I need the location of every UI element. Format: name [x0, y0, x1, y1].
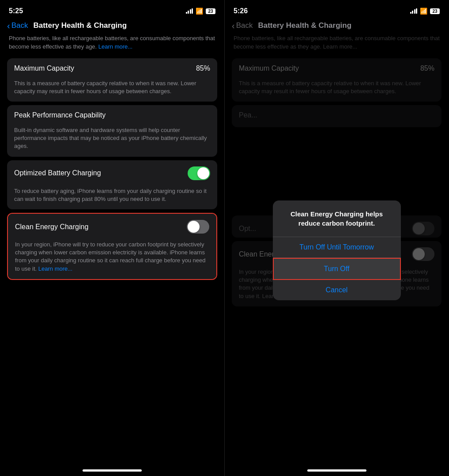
back-button-left[interactable]: ‹ Back — [7, 21, 28, 30]
popup-title: Clean Energy Charging helps reduce carbo… — [273, 200, 401, 230]
clean-energy-desc-left: In your region, iPhone will try to reduc… — [8, 240, 216, 279]
signal-icon-right — [410, 8, 418, 14]
clean-energy-label-left: Clean Energy Charging — [15, 223, 88, 231]
time-right: 5:26 — [234, 7, 248, 15]
back-button-right: ‹ Back — [232, 21, 253, 30]
left-phone-panel: 5:25 📶 23 ‹ Back Battery Health & Chargi… — [0, 0, 224, 476]
battery-left: 23 — [206, 8, 215, 14]
max-capacity-label-left: Maximum Capacity — [14, 64, 74, 72]
home-indicator-right — [307, 469, 366, 472]
status-icons-left: 📶 23 — [186, 8, 216, 15]
chevron-left-icon-right: ‹ — [232, 21, 235, 30]
optimized-charging-card-left: Optimized Battery Charging To reduce bat… — [7, 160, 217, 209]
content-right: Phone batteries, like all rechargeable b… — [225, 34, 449, 466]
chevron-left-icon: ‹ — [7, 21, 10, 30]
content-left: Phone batteries, like all rechargeable b… — [0, 34, 224, 466]
clean-energy-card-left: Clean Energy Charging In your region, iP… — [8, 214, 216, 279]
time-left: 5:25 — [9, 7, 23, 15]
peak-performance-desc-left: Built-in dynamic software and hardware s… — [7, 125, 217, 157]
status-bar-left: 5:25 📶 23 — [0, 0, 224, 19]
peak-performance-label-left: Peak Performance Capability — [14, 111, 106, 119]
max-capacity-card-left: Maximum Capacity 85% This is a measure o… — [7, 58, 217, 102]
popup-overlay: Clean Energy Charging helps reduce carbo… — [225, 34, 449, 466]
turn-off-until-tomorrow-button[interactable]: Turn Off Until Tomorrow — [273, 237, 401, 258]
home-indicator-left — [83, 469, 142, 472]
peak-performance-card-left: Peak Performance Capability Built-in dyn… — [7, 105, 217, 157]
nav-header-right: ‹ Back Battery Health & Charging — [225, 19, 449, 34]
clean-energy-popup: Clean Energy Charging helps reduce carbo… — [273, 200, 401, 300]
status-bar-right: 5:26 📶 23 — [225, 0, 449, 19]
right-phone-panel: 5:26 📶 23 ‹ Back Battery Health & Chargi… — [224, 0, 449, 476]
wifi-icon-right: 📶 — [420, 8, 427, 15]
nav-header-left: ‹ Back Battery Health & Charging — [0, 19, 224, 34]
turn-off-button[interactable]: Turn Off — [273, 258, 401, 280]
page-title-left: Battery Health & Charging — [33, 21, 127, 30]
clean-energy-highlighted-left: Clean Energy Charging In your region, iP… — [7, 213, 217, 280]
page-title-right: Battery Health & Charging — [258, 21, 351, 30]
clean-energy-toggle-left[interactable] — [187, 220, 209, 234]
optimized-charging-desc-left: To reduce battery aging, iPhone learns f… — [7, 186, 217, 209]
cancel-button[interactable]: Cancel — [273, 280, 401, 300]
status-icons-right: 📶 23 — [410, 8, 440, 15]
max-capacity-value-left: 85% — [196, 64, 210, 72]
optimized-charging-toggle-left[interactable] — [188, 166, 210, 180]
signal-icon-left — [186, 8, 193, 14]
battery-right: 23 — [430, 8, 440, 14]
back-label-right: Back — [236, 21, 253, 30]
back-label-left: Back — [11, 21, 28, 30]
optimized-charging-label-left: Optimized Battery Charging — [14, 169, 101, 177]
intro-learn-more-left[interactable]: Learn more... — [98, 43, 132, 50]
wifi-icon-left: 📶 — [196, 8, 203, 15]
max-capacity-desc-left: This is a measure of battery capacity re… — [7, 79, 217, 102]
clean-energy-learn-more-left[interactable]: Learn more... — [38, 265, 72, 272]
intro-text-left: Phone batteries, like all rechargeable b… — [7, 34, 217, 51]
